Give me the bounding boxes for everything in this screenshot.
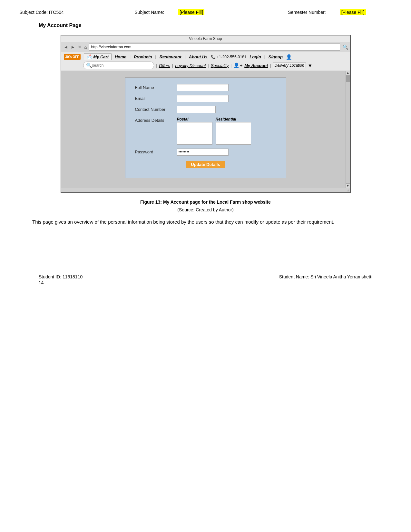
- nav-login[interactable]: Login: [250, 54, 261, 59]
- search-bar: 🔍: [83, 62, 154, 69]
- cart-label: My Cart: [93, 54, 109, 59]
- password-row: Password: [135, 149, 276, 156]
- nav-signup[interactable]: Signup: [269, 54, 283, 59]
- search-icon: 🔍: [343, 44, 348, 50]
- site-body: Full Name Email Contact Number Address D…: [61, 71, 350, 188]
- browser-statusbar: //: [61, 188, 350, 192]
- subject-code: Subject Code: ITC504: [19, 10, 64, 15]
- back-button[interactable]: ◄: [63, 44, 69, 50]
- my-account-icon: 👤+: [233, 63, 242, 68]
- scroll-up-arrow[interactable]: ▲: [346, 71, 350, 75]
- nav-delivery-location[interactable]: Delivery Location: [273, 63, 306, 68]
- student-name: Student Name: Sri Vineela Anitha Yerrams…: [279, 274, 372, 285]
- semester: Semester Number: [Please Fill]: [288, 10, 379, 15]
- full-name-row: Full Name: [135, 84, 276, 91]
- vertical-scrollbar[interactable]: ▲ ▼: [346, 71, 350, 188]
- nav-my-account[interactable]: My Account: [244, 63, 268, 68]
- page-number: 14: [39, 280, 83, 285]
- figure-caption: Figure 13: My Account page for the Local…: [19, 199, 392, 205]
- address-row: Address Details Postal Residential: [135, 117, 276, 145]
- url-bar[interactable]: [89, 44, 340, 51]
- email-label: Email: [135, 95, 177, 101]
- contact-row: Contact Number: [135, 106, 276, 113]
- postal-label: Postal: [177, 117, 189, 121]
- nav-restaurant[interactable]: Restaurant: [160, 54, 181, 59]
- nav-about-us[interactable]: About Us: [189, 54, 208, 59]
- postal-box: Postal: [177, 117, 212, 145]
- residential-box: Residential: [216, 117, 251, 145]
- full-name-label: Full Name: [135, 84, 177, 90]
- update-details-button[interactable]: Update Details: [186, 161, 225, 168]
- nav-home[interactable]: Home: [115, 54, 126, 59]
- password-input[interactable]: [177, 149, 229, 156]
- body-text-1: This page gives an overview of the perso…: [19, 218, 392, 226]
- phone-number: 📞 +1-202-555-0181: [211, 55, 247, 59]
- subject-name-fill: [Please Fill]: [178, 9, 204, 15]
- doc-footer: Student ID: 11618110 14 Student Name: Sr…: [39, 274, 372, 285]
- delivery-dropdown-icon: ▼: [308, 63, 313, 68]
- browser-content: Full Name Email Contact Number Address D…: [61, 71, 350, 188]
- nav-speciality[interactable]: Speciality: [211, 63, 229, 68]
- browser-toolbar: ◄ ► ✕ ⌂ 🔍: [61, 42, 350, 52]
- nav-offers[interactable]: Offers: [159, 63, 170, 68]
- search-input[interactable]: [92, 63, 150, 68]
- doc-header: Subject Code: ITC504 Subject Name: [Plea…: [19, 10, 392, 15]
- page-section-title: My Account Page: [39, 23, 392, 28]
- browser-titlebar: Vineela Farm Shop: [61, 35, 350, 42]
- nav-row1: 30% OFF 📩 My Cart Home | Products | Rest…: [64, 52, 347, 61]
- semester-fill: [Please Fill]: [340, 9, 366, 15]
- scrollbar-thumb[interactable]: [346, 75, 350, 82]
- residential-textarea[interactable]: [216, 122, 251, 145]
- address-label: Address Details: [135, 117, 177, 123]
- scrollbar-track[interactable]: [346, 75, 350, 184]
- scroll-down-arrow[interactable]: ▼: [346, 184, 350, 188]
- student-id: Student ID: 11618110: [39, 274, 83, 279]
- account-form-container: Full Name Email Contact Number Address D…: [125, 77, 286, 178]
- password-label: Password: [135, 149, 177, 154]
- nav-row2: 🔍 | Offers | Loyalty Discount | Speciali…: [64, 61, 347, 71]
- address-inputs: Postal Residential: [177, 117, 251, 145]
- nav-loyalty-discount[interactable]: Loyalty Discount: [175, 63, 206, 68]
- promo-badge: 30% OFF: [64, 54, 81, 60]
- subject-name: Subject Name: [Please Fill]: [134, 10, 217, 15]
- footer-spacer: Student ID: 11618110 14 Student Name: Sr…: [19, 230, 392, 295]
- close-button[interactable]: ✕: [77, 44, 82, 50]
- cart-icon: 📩: [87, 54, 92, 59]
- resize-handle: //: [347, 189, 349, 192]
- figure-source: (Source: Created by Author): [19, 207, 392, 212]
- nav-products[interactable]: Products: [134, 54, 152, 59]
- search-magnifier-icon: 🔍: [86, 63, 92, 68]
- contact-input[interactable]: [177, 106, 216, 113]
- email-input[interactable]: [177, 95, 229, 102]
- user-icon: 👤: [286, 54, 292, 60]
- postal-textarea[interactable]: [177, 122, 212, 145]
- forward-button[interactable]: ►: [70, 44, 76, 50]
- site-navbar: 30% OFF 📩 My Cart Home | Products | Rest…: [61, 52, 350, 71]
- contact-label: Contact Number: [135, 106, 177, 112]
- browser-frame: Vineela Farm Shop ◄ ► ✕ ⌂ 🔍 30% OFF 📩 My…: [61, 35, 351, 193]
- home-button[interactable]: ⌂: [83, 44, 87, 50]
- browser-title: Vineela Farm Shop: [189, 36, 222, 41]
- residential-label: Residential: [216, 117, 236, 121]
- my-cart-button[interactable]: 📩 My Cart: [84, 53, 112, 60]
- email-row: Email: [135, 95, 276, 102]
- phone-icon: 📞: [211, 55, 216, 59]
- full-name-input[interactable]: [177, 84, 229, 91]
